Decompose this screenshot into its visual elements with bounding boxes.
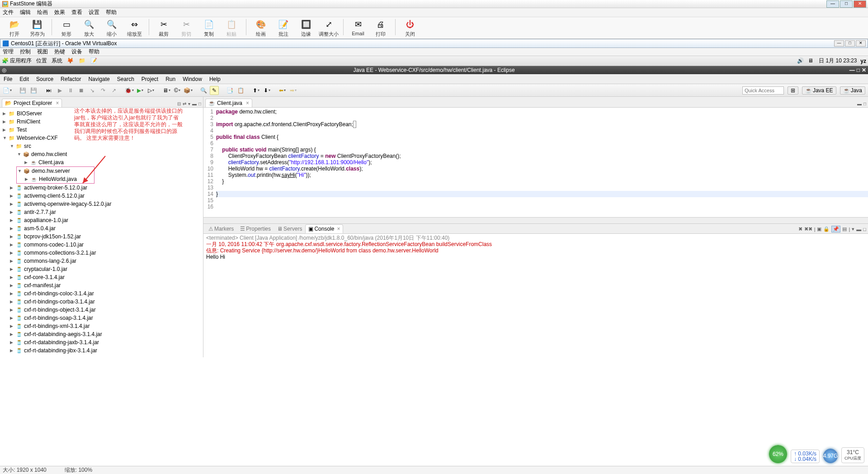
tree-item[interactable]: ▶cxf-manifest.jar	[0, 281, 203, 289]
expand-icon[interactable]: ▶	[10, 308, 15, 312]
expand-icon[interactable]: ▶	[10, 234, 15, 239]
tool-paste[interactable]: 📋粘贴	[222, 19, 241, 38]
maximize-button[interactable]: □	[845, 40, 855, 47]
tree-item[interactable]: ▶cxf-rt-bindings-coloc-3.1.4.jar	[0, 289, 203, 298]
maximize-icon[interactable]: □	[198, 101, 201, 106]
tool-copy[interactable]: 📄复制	[199, 19, 219, 38]
tool-annotate[interactable]: 📝批注	[274, 19, 293, 38]
system-menu[interactable]: 系统	[52, 57, 62, 65]
tree-item[interactable]: ▶activemq-openwire-legacy-5.12.0.jar	[0, 200, 203, 208]
network-icon[interactable]: 🖥	[808, 57, 815, 65]
text-editor-icon[interactable]: 📝	[90, 57, 98, 65]
expand-icon[interactable]: ▶	[10, 185, 15, 190]
expand-icon[interactable]: ▼	[17, 152, 23, 156]
expand-icon[interactable]: ▶	[10, 202, 15, 206]
next-annotation-button[interactable]: ⬇	[262, 86, 271, 95]
menu-window[interactable]: Window	[183, 76, 202, 82]
console-output[interactable]: <terminated> Client [Java Application] /…	[203, 234, 868, 357]
clock[interactable]: 日 1月 10 23:23	[819, 57, 857, 65]
perspective-java[interactable]: ☕Java	[840, 86, 865, 95]
menu-help[interactable]: 帮助	[106, 9, 117, 16]
tree-item[interactable]: ▶activemq-client-5.12.0.jar	[0, 192, 203, 200]
firefox-icon[interactable]: 🦊	[67, 57, 74, 65]
vb-menu-help[interactable]: 帮助	[89, 48, 99, 56]
tab-properties[interactable]: ☰Properties	[237, 224, 274, 233]
run-last-button[interactable]: ▷	[146, 86, 156, 95]
tool-zoomfit[interactable]: ⇔缩放至	[124, 19, 144, 38]
terminate-button[interactable]: ⏹	[77, 86, 86, 95]
tree-item[interactable]: ▶cxf-core-3.1.4.jar	[0, 273, 203, 281]
collapse-all-button[interactable]: ⊟	[177, 101, 181, 106]
minimize-icon[interactable]: ▬	[857, 101, 862, 106]
tool-edge[interactable]: 🔲边缘	[296, 19, 316, 38]
tool-crop[interactable]: ✂裁剪	[154, 19, 174, 38]
tree-item[interactable]: ▶cxf-rt-databinding-jibx-3.1.4.jar	[0, 346, 203, 355]
close-icon[interactable]: ×	[246, 100, 249, 106]
remove-all-button[interactable]: ✖✖	[804, 226, 812, 232]
menu-search[interactable]: Search	[117, 76, 134, 82]
menu-project[interactable]: Project	[142, 76, 158, 82]
close-icon[interactable]: ×	[337, 226, 340, 232]
expand-icon[interactable]: ▶	[3, 111, 8, 116]
debug-button[interactable]: 🐞	[125, 86, 134, 95]
show-console-button[interactable]: ▣	[817, 226, 821, 232]
menu-effect[interactable]: 效果	[54, 9, 65, 16]
maximize-icon[interactable]: □	[863, 101, 866, 106]
tree-item[interactable]: ▶antlr-2.7.7.jar	[0, 208, 203, 216]
scroll-lock-button[interactable]: 🔒	[823, 226, 830, 232]
skip-breakpoints-button[interactable]: ⏭	[44, 86, 53, 95]
editor-tab-client[interactable]: ☕ Client.java ×	[205, 99, 252, 107]
close-button[interactable]: ✕	[856, 40, 866, 47]
tree-item[interactable]: ▶cxf-rt-bindings-xml-3.1.4.jar	[0, 322, 203, 330]
expand-icon[interactable]: ▶	[3, 119, 8, 124]
editor-scrollbar[interactable]	[203, 217, 868, 223]
new-package-button[interactable]: 📦	[184, 86, 193, 95]
tree-item[interactable]: ▶cxf-rt-bindings-object-3.1.4.jar	[0, 306, 203, 314]
new-server-button[interactable]: 🖥	[162, 86, 171, 95]
minimize-button[interactable]: —	[834, 40, 844, 47]
volume-icon[interactable]: 🔊	[797, 57, 804, 65]
open-console-button[interactable]: ▾	[852, 226, 854, 232]
menu-source[interactable]: Source	[36, 76, 53, 82]
new-button[interactable]: 📄	[3, 86, 12, 95]
applications-menu[interactable]: 🧩应用程序	[2, 57, 32, 65]
menu-navigate[interactable]: Navigate	[88, 76, 109, 82]
tool-rect[interactable]: ▭矩形	[57, 19, 76, 38]
tool-resize[interactable]: ⤢调整大小	[319, 19, 339, 38]
perspective-javaee[interactable]: ☕Java EE	[802, 86, 836, 95]
expand-icon[interactable]: ▶	[10, 242, 15, 247]
tree-item[interactable]: ▶asm-5.0.4.jar	[0, 224, 203, 232]
expand-icon[interactable]: ▶	[10, 194, 15, 198]
tree-item[interactable]: ▶bcprov-jdk15on-1.52.jar	[0, 232, 203, 241]
tab-markers[interactable]: ⚠Markers	[205, 224, 237, 233]
vb-menu-hotkey[interactable]: 热键	[54, 48, 65, 56]
file-manager-icon[interactable]: 📁	[79, 57, 86, 65]
user-menu[interactable]: yz	[860, 58, 866, 64]
tab-console[interactable]: ▣Console×	[305, 224, 343, 233]
expand-icon[interactable]: ▶	[10, 324, 15, 328]
open-type-button[interactable]: 📑	[225, 86, 234, 95]
remove-terminated-button[interactable]: ✖	[798, 226, 802, 232]
quick-access-input[interactable]	[742, 86, 784, 95]
maximize-button[interactable]: □	[840, 0, 853, 8]
expand-icon[interactable]: ▼	[10, 144, 15, 148]
tool-print[interactable]: 🖨打印	[371, 19, 391, 38]
tree-item[interactable]: ▶commons-collections-3.2.1.jar	[0, 249, 203, 257]
view-menu-button[interactable]: ▾	[188, 101, 190, 106]
expand-icon[interactable]: ▶	[10, 299, 15, 304]
tool-zoomout[interactable]: 🔍缩小	[102, 19, 122, 38]
maximize-button[interactable]: □	[857, 67, 860, 73]
tree-item[interactable]: ▶activemq-broker-5.12.0.jar	[0, 184, 203, 192]
save-all-button[interactable]: 💾	[29, 86, 38, 95]
menu-edit[interactable]: Edit	[19, 76, 29, 82]
step-return-button[interactable]: ↗	[109, 86, 118, 95]
menu-file[interactable]: 文件	[3, 9, 14, 16]
open-task-button[interactable]: 📋	[236, 86, 245, 95]
menu-view[interactable]: 查看	[71, 9, 82, 16]
menu-draw[interactable]: 绘画	[37, 9, 48, 16]
suspend-button[interactable]: ⏸	[66, 86, 75, 95]
expand-icon[interactable]: ▶	[24, 160, 30, 165]
tree-item[interactable]: ▶cxf-rt-databinding-aegis-3.1.4.jar	[0, 330, 203, 338]
expand-icon[interactable]: ▶	[10, 218, 15, 223]
tool-close[interactable]: ⏻关闭	[400, 19, 420, 38]
